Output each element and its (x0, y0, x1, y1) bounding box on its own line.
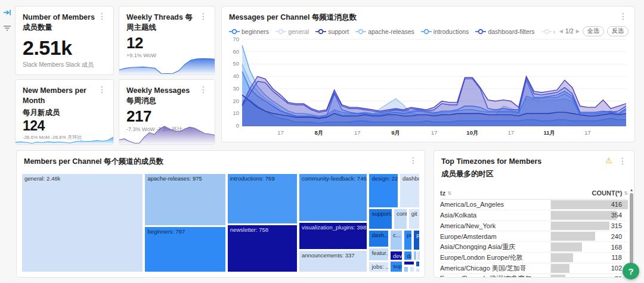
card-messages-per-channel: Messages per Channel 每频道消息数 ⋮ beginnersg… (221, 6, 635, 142)
cell-tz: Europe/London Europe/伦敦 (440, 253, 551, 263)
cell-tz: America/Chicago 美国/芝加哥 (440, 263, 551, 273)
filter-icon[interactable] (3, 24, 11, 32)
treemap-cell-dashboa...[interactable]: dashboa... (400, 173, 420, 208)
treemap-cell-design[interactable]: design: 228 (369, 173, 398, 208)
treemap-cell-support...[interactable]: support... (369, 209, 392, 230)
treemap-cell-featur...[interactable]: featur... (369, 248, 388, 261)
svg-text:0: 0 (236, 122, 239, 129)
table-row[interactable]: Asia/Chongqing Asia/重庆168 (440, 242, 628, 253)
legend-item-introductions[interactable]: introductions (421, 28, 469, 35)
legend-items: beginnersgeneralsupportapache-releasesin… (229, 28, 555, 35)
cell-count: 168 (551, 242, 628, 252)
svg-text:50: 50 (233, 60, 239, 67)
treemap-cell-jobs[interactable]: jobs: ... (369, 262, 388, 272)
area-chart-plot[interactable]: 010203040506070178月179月1710月1711月17 (225, 36, 630, 139)
table-row[interactable]: Europe/Brussels 欧洲/布鲁塞尔79 (440, 274, 628, 278)
treemap-cell-introductions[interactable]: introductions: 769 (227, 173, 298, 224)
table-scrollbar[interactable]: ▲ (629, 188, 634, 273)
cell-tz: America/Los_Angeles (440, 200, 551, 210)
legend-prev-icon[interactable]: ◀ (559, 29, 563, 34)
kebab-menu-icon[interactable]: ⋮ (408, 157, 419, 164)
card-weekly-threads: Weekly Threads 每周主题线 ⋮ 12 +9.1% WoW (119, 6, 215, 75)
kebab-menu-icon[interactable]: ⋮ (618, 13, 628, 20)
svg-text:60: 60 (233, 48, 239, 55)
legend-item-support[interactable]: support (315, 28, 349, 35)
legend-label: introductions (434, 28, 469, 35)
legend-page-indicator: 1/2 (565, 28, 574, 35)
svg-text:70: 70 (233, 36, 239, 42)
dashboard-page: Number of Members 成员数量 ⋮ 2.51k Slack Mem… (0, 0, 644, 283)
svg-text:17: 17 (431, 129, 438, 136)
cell-tz: Asia/Chongqing Asia/重庆 (440, 242, 551, 252)
scrollbar-up-icon[interactable]: ▲ (629, 188, 634, 192)
legend-item-general[interactable]: general (275, 28, 309, 35)
treemap-cell[interactable] (416, 268, 420, 272)
legend-label: dashboards (554, 28, 555, 35)
treemap-cell-git[interactable]: git (408, 209, 420, 230)
treemap-cell[interactable] (410, 266, 414, 272)
svg-text:17: 17 (508, 129, 515, 136)
count-value: 416 (611, 200, 622, 210)
count-bar (551, 275, 566, 278)
cell-count: 315 (551, 221, 628, 231)
treemap-cell-da...[interactable]: da... (404, 251, 412, 260)
svg-text:8月: 8月 (314, 129, 323, 136)
treemap-cell-general[interactable]: general: 2.48k (21, 173, 143, 272)
legend-next-icon[interactable]: ▶ (576, 29, 580, 34)
table-row[interactable]: America/New_York315 (440, 221, 628, 232)
kpi-subtitle: Slack Members Slack 成员 (16, 60, 113, 70)
treemap-cell-dash...[interactable]: dash... (369, 230, 388, 247)
card-weekly-messages: Weekly Messages 每周消息 ⋮ 217 -7.3% WoW -7.… (119, 79, 215, 145)
legend-item-dashboard-filters[interactable]: dashboard-filters (475, 28, 534, 35)
treemap-cell-contr...[interactable]: contr... (394, 209, 407, 230)
cell-tz: Europe/Brussels 欧洲/布鲁塞尔 (440, 274, 551, 278)
svg-text:17: 17 (277, 129, 284, 136)
count-bar (551, 211, 617, 220)
kebab-menu-icon[interactable]: ⋮ (198, 13, 209, 20)
treemap-cell-apache-releases[interactable]: apache-releases: 975 (144, 173, 225, 226)
kebab-menu-icon[interactable]: ⋮ (97, 86, 107, 93)
treemap-cell-c...[interactable]: c... (390, 230, 402, 250)
card-title: Weekly Threads 每周主题线 (126, 13, 198, 33)
svg-text:17: 17 (584, 129, 591, 136)
select-all-button[interactable]: 全选 (583, 26, 604, 36)
treemap-cell-newsletter[interactable]: newsletter: 758 (227, 225, 298, 272)
scrollbar-thumb[interactable] (630, 193, 633, 263)
table-row[interactable]: Asia/Kolkata354 (440, 210, 628, 221)
treemap-cell-visualization_plugins[interactable]: visualization_plugins: 398 (299, 222, 368, 250)
kebab-menu-icon[interactable]: ⋮ (198, 86, 209, 93)
treemap-cell-pr[interactable]: pr (413, 230, 420, 250)
treemap-cell-dev[interactable]: dev (390, 251, 402, 260)
help-button[interactable]: ? (623, 263, 639, 279)
cell-tz: Europe/Amsterdam (440, 231, 551, 241)
treemap-cell-sup[interactable]: sup (390, 261, 402, 272)
legend-item-apache-releases[interactable]: apache-releases (355, 28, 414, 35)
legend-item-beginners[interactable]: beginners (229, 28, 269, 35)
treemap-cell[interactable] (404, 266, 408, 272)
treemap-cell-beginners[interactable]: beginners: 797 (144, 226, 225, 272)
warning-icon[interactable]: ⚠ (605, 157, 612, 164)
column-header-tz[interactable]: tz⇅ (440, 189, 551, 197)
svg-text:11月: 11月 (543, 129, 555, 136)
table-row[interactable]: America/Los_Angeles416 (440, 200, 628, 210)
count-bar (551, 222, 609, 231)
table-row[interactable]: America/Chicago 美国/芝加哥102 (440, 263, 628, 274)
expand-filter-bar-icon[interactable] (3, 8, 11, 17)
invert-selection-button[interactable]: 反选 (607, 26, 628, 36)
column-header-count[interactable]: COUNT(*)⇅ (551, 189, 628, 197)
table-row[interactable]: Europe/London Europe/伦敦118 (440, 253, 628, 263)
table-row[interactable]: Europe/Amsterdam240 (440, 231, 628, 242)
legend-label: dashboard-filters (488, 28, 534, 35)
treemap-cell-community-feedback[interactable]: community-feedback: 746 (299, 173, 368, 222)
table-body: America/Los_Angeles416Asia/Kolkata354Ame… (440, 200, 628, 278)
sparkline-chart (119, 57, 215, 74)
legend-item-dashboards[interactable]: dashboards (541, 28, 555, 35)
kebab-menu-icon[interactable]: ⋮ (97, 13, 107, 20)
treemap-cell-announcements[interactable]: announcements: 337 (299, 250, 368, 272)
treemap-cell[interactable] (417, 251, 420, 260)
kebab-menu-icon[interactable]: ⋮ (617, 157, 628, 164)
treemap-cell-pu[interactable]: pu (404, 230, 412, 250)
cell-count: 354 (551, 210, 628, 220)
treemap-cell[interactable] (416, 261, 420, 267)
treemap-cell[interactable] (404, 261, 414, 266)
